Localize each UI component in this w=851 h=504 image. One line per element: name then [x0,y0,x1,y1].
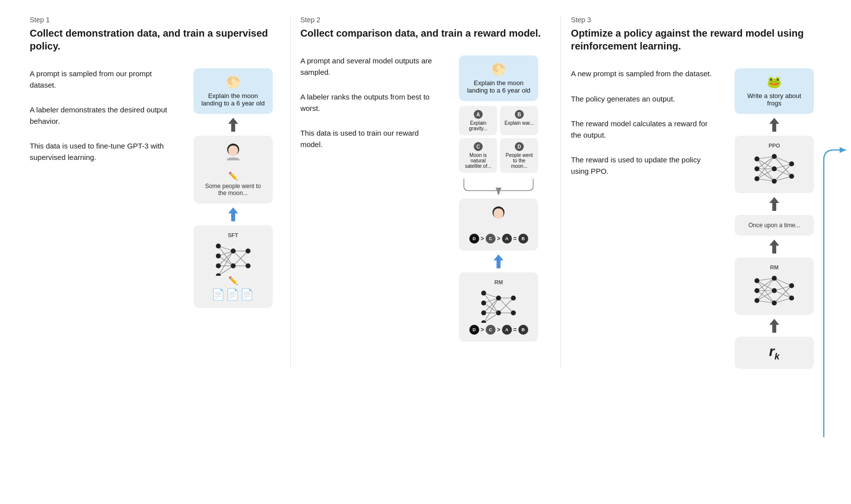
step1-sft-card: SFT [194,225,273,308]
step3-diagram: 🐸 Write a story about frogs PPO [727,68,821,369]
svg-point-92 [772,276,777,281]
step1-arrow2 [228,207,238,221]
step3-para3: The reward model calculates a reward for… [571,118,715,141]
svg-line-9 [218,256,233,266]
step3-rm-nn-svg [750,273,799,308]
rank-C2: C [486,325,496,335]
step1-column: Step 1 Collect demonstration data, and t… [20,16,291,369]
rank-D2: D [469,325,479,335]
step3-arrow1 [769,118,779,132]
step3-ppo-label: PPO [743,143,806,149]
svg-point-67 [772,154,777,159]
output-D-letter: D [515,142,524,151]
svg-point-17 [216,253,221,258]
svg-point-93 [772,288,777,293]
feedback-arrow-svg [819,145,846,442]
svg-point-47 [511,310,516,315]
step1-prompt-text: Explain the moon landing to a 6 year old [201,92,265,107]
step2-prompt-card: 🌕 Explain the moon landing to a 6 year o… [459,55,538,101]
step3-arrow3 [769,240,779,253]
rank-A2: A [502,325,512,335]
step2-para2: A labeler ranks the outputs from best to… [300,92,435,114]
step1-text-col: A prompt is sampled from our prompt data… [30,68,174,177]
step3-para4: The reward is used to update the policy … [571,154,715,177]
svg-point-43 [481,320,486,323]
step3-output-card: Once upon a time... [735,215,814,236]
output-C-text: Moon is natural satellite of... [463,152,493,169]
step1-title: Collect demonstration data, and train a … [30,27,280,52]
step2-rm-card: RM [459,272,538,342]
svg-point-16 [216,244,221,249]
svg-point-40 [481,291,486,296]
output-D-text: People went to the moon... [504,152,534,169]
svg-point-90 [754,288,759,293]
moon-icon2: 🌕 [467,62,530,76]
output-A-letter: A [474,110,483,119]
doc-icons: 📄📄📄 [201,288,265,301]
step3-column: Step 3 Optimize a policy against the rew… [561,16,831,369]
step1-para1: A prompt is sampled from our prompt data… [30,68,174,91]
step3-para1: A new prompt is sampled from the dataset… [571,68,715,80]
rank-A: A [502,234,512,244]
step1-arrow1 [228,118,238,132]
step1-para2: A labeler demonstrates the desired outpu… [30,104,174,127]
step3-rm-card: RM [735,257,814,315]
step2-para1: A prompt and several model outputs are s… [300,55,435,78]
svg-point-41 [481,301,486,305]
ranking-row: D > C > A = B [467,234,530,244]
step2-column: Step 2 Collect comparison data, and trai… [291,16,561,369]
ranking-row2: D > C > A = B [467,325,530,335]
step3-output-text: Once upon a time... [743,222,806,229]
svg-point-70 [789,161,794,166]
svg-marker-0 [228,118,238,132]
output-A: A Explain gravity... [459,106,497,135]
svg-point-65 [754,166,759,171]
svg-point-64 [754,156,759,161]
step1-sft-label: SFT [201,232,265,238]
svg-point-2 [228,145,238,156]
svg-line-33 [484,303,499,313]
output-A-text: Explain gravity... [463,120,493,131]
step3-ppo-nn-svg [750,151,799,186]
svg-line-11 [218,266,233,276]
rank-B2: B [518,325,528,335]
step3-prompt-text: Write a story about frogs [748,92,801,107]
step2-para3: This data is used to train our reward mo… [300,128,435,150]
step3-prompt-card: 🐸 Write a story about frogs [735,68,814,114]
svg-point-45 [496,310,501,315]
step3-arrow2 [769,197,779,211]
person-svg2 [486,205,511,230]
svg-point-21 [231,263,236,268]
svg-marker-3 [228,207,238,221]
svg-marker-98 [840,147,846,153]
output-D: D People went to the moon... [500,138,538,173]
step3-ppo-card: PPO [735,136,814,193]
rank-D: D [469,234,479,244]
svg-point-94 [772,301,777,305]
output-B-text: Explain war... [504,120,534,126]
svg-point-22 [246,249,250,253]
edit-icon1: ✏️ [201,171,265,181]
step3-label: Step 3 [571,16,821,24]
svg-point-68 [772,166,777,171]
step3-content: A new prompt is sampled from the dataset… [571,68,821,369]
svg-marker-27 [494,254,503,268]
svg-point-18 [216,263,221,268]
step3-reward-card: rk [735,337,814,369]
step1-prompt-card: 🌕 Explain the moon landing to a 6 year o… [194,68,273,114]
svg-line-58 [774,156,792,164]
step2-content: A prompt and several model outputs are s… [300,55,551,342]
step2-label: Step 2 [300,16,551,24]
step1-labeler-text: Some people went to the moon... [201,183,265,197]
svg-point-44 [496,296,501,301]
step1-para3: This data is used to fine-tune GPT-3 wit… [30,141,174,163]
step3-arrow4 [769,319,779,333]
edit-icon2: ✏️ [201,276,265,285]
step2-title: Collect comparison data, and train a rew… [300,27,551,40]
frog-icon: 🐸 [743,75,806,89]
step1-labeler-card: ✏️ Some people went to the moon... [194,136,273,203]
svg-point-91 [754,298,759,303]
svg-marker-73 [769,240,779,253]
step1-nn-svg [208,241,258,276]
step1-diagram: 🌕 Explain the moon landing to a 6 year o… [186,68,280,308]
